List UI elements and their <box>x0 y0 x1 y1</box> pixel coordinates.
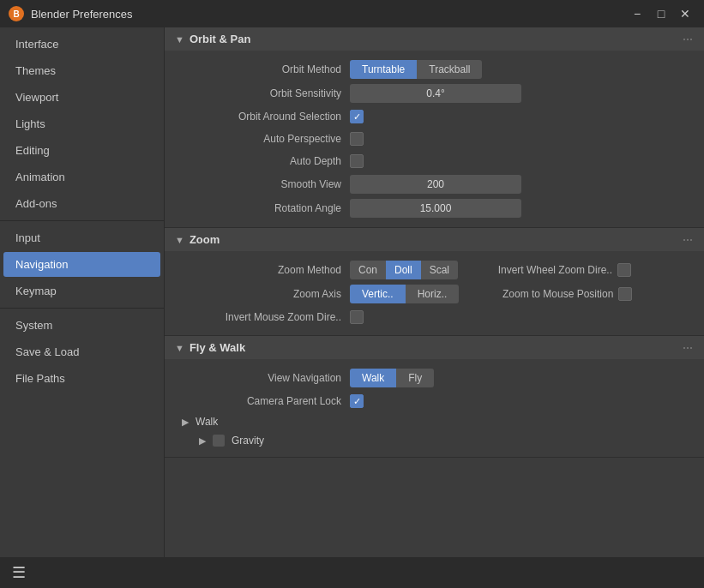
zoom-axis-horizontal[interactable]: Horiz.. <box>406 285 460 303</box>
fly-walk-section: ▼ Fly & Walk ⋯ View Navigation Walk Fly <box>165 336 704 458</box>
gravity-expand-arrow: ▶ <box>199 435 206 447</box>
auto-depth-row: Auto Depth <box>165 150 704 172</box>
sidebar-item-lights[interactable]: Lights <box>3 111 160 136</box>
orbit-sensitivity-control <box>350 84 521 103</box>
zoom-dots: ⋯ <box>683 234 694 246</box>
sidebar-item-navigation[interactable]: Navigation <box>3 252 160 277</box>
sidebar: Interface Themes Viewport Lights Editing… <box>0 27 165 557</box>
smooth-view-label: Smooth View <box>178 178 350 190</box>
orbit-method-buttons: Turntable Trackball <box>350 60 482 79</box>
sidebar-item-input[interactable]: Input <box>3 225 160 250</box>
orbit-pan-header[interactable]: ▼ Orbit & Pan ⋯ <box>165 27 704 51</box>
fly-walk-header[interactable]: ▼ Fly & Walk ⋯ <box>165 336 704 359</box>
orbit-method-trackball[interactable]: Trackball <box>417 60 482 79</box>
orbit-around-label: Orbit Around Selection <box>178 111 350 123</box>
orbit-around-control <box>350 110 364 123</box>
sidebar-item-animation[interactable]: Animation <box>3 165 160 189</box>
orbit-pan-title: Orbit & Pan <box>190 33 677 45</box>
close-button[interactable]: ✕ <box>675 3 695 24</box>
orbit-pan-section: ▼ Orbit & Pan ⋯ Orbit Method Turntable T… <box>165 27 704 228</box>
walk-expand-arrow: ▶ <box>182 417 189 428</box>
camera-parent-lock-row: Camera Parent Lock <box>165 390 704 412</box>
smooth-view-field[interactable] <box>350 175 521 194</box>
invert-mouse-zoom-label: Invert Mouse Zoom Dire.. <box>178 311 350 323</box>
zoom-method-buttons: Con Doll Scal <box>350 261 458 279</box>
rotation-angle-field[interactable] <box>350 199 521 218</box>
invert-wheel-zoom-right: Invert Wheel Zoom Dire.. <box>475 263 664 277</box>
title-bar: B Blender Preferences − □ ✕ <box>0 0 704 27</box>
sidebar-divider-2 <box>0 308 164 309</box>
sidebar-item-system[interactable]: System <box>3 313 160 338</box>
window-controls: − □ ✕ <box>627 3 695 24</box>
orbit-sensitivity-field[interactable] <box>350 84 521 103</box>
zoom-to-mouse-right: Zoom to Mouse Position <box>476 287 665 301</box>
maximize-button[interactable]: □ <box>651 3 671 24</box>
sidebar-item-keymap[interactable]: Keymap <box>3 279 160 303</box>
auto-perspective-control <box>350 132 364 146</box>
zoom-method-doll[interactable]: Doll <box>386 261 421 279</box>
auto-perspective-checkbox[interactable] <box>350 132 364 146</box>
gravity-expand-row[interactable]: ▶ Gravity <box>165 431 704 450</box>
zoom-method-con[interactable]: Con <box>350 261 386 279</box>
zoom-section: ▼ Zoom ⋯ Zoom Method Con Doll Scal <box>165 228 704 336</box>
view-navigation-row: View Navigation Walk Fly <box>165 366 704 390</box>
camera-parent-lock-control <box>350 394 364 408</box>
orbit-method-turntable[interactable]: Turntable <box>350 60 417 79</box>
smooth-view-row: Smooth View <box>165 172 704 196</box>
zoom-axis-vertical[interactable]: Vertic.. <box>350 285 406 303</box>
blender-icon: B <box>9 6 24 21</box>
sidebar-item-addons[interactable]: Add-ons <box>3 191 160 216</box>
sidebar-item-interface[interactable]: Interface <box>3 32 160 57</box>
zoom-axis-label: Zoom Axis <box>178 288 350 300</box>
zoom-header[interactable]: ▼ Zoom ⋯ <box>165 228 704 251</box>
invert-wheel-checkbox[interactable] <box>617 263 631 277</box>
sidebar-item-viewport[interactable]: Viewport <box>3 85 160 110</box>
gravity-icon <box>213 435 225 447</box>
zoom-method-scal[interactable]: Scal <box>421 261 458 279</box>
sidebar-item-editing[interactable]: Editing <box>3 138 160 163</box>
fly-walk-arrow: ▼ <box>175 343 184 353</box>
sidebar-item-filepaths[interactable]: File Paths <box>3 366 160 391</box>
orbit-pan-body: Orbit Method Turntable Trackball Orbit S… <box>165 51 704 227</box>
view-navigation-control: Walk Fly <box>350 369 434 387</box>
sidebar-item-themes[interactable]: Themes <box>3 58 160 83</box>
orbit-pan-dots: ⋯ <box>683 33 694 45</box>
camera-parent-lock-checkbox[interactable] <box>350 394 364 408</box>
zoom-to-mouse-checkbox[interactable] <box>618 287 632 301</box>
auto-perspective-row: Auto Perspective <box>165 128 704 150</box>
walk-expand-row[interactable]: ▶ Walk <box>165 412 704 431</box>
rotation-angle-row: Rotation Angle <box>165 196 704 220</box>
main-layout: Interface Themes Viewport Lights Editing… <box>0 27 704 557</box>
orbit-around-checkbox[interactable] <box>350 110 364 123</box>
walk-label: Walk <box>196 416 218 428</box>
minimize-button[interactable]: − <box>627 3 647 24</box>
sidebar-item-saveload[interactable]: Save & Load <box>3 339 160 364</box>
orbit-sensitivity-label: Orbit Sensitivity <box>178 87 350 99</box>
svg-text:B: B <box>13 9 19 19</box>
orbit-method-label: Orbit Method <box>178 63 350 75</box>
zoom-body: Zoom Method Con Doll Scal Invert Wheel Z… <box>165 251 704 335</box>
zoom-axis-buttons: Vertic.. Horiz.. <box>350 285 459 303</box>
invert-mouse-zoom-checkbox[interactable] <box>350 310 364 324</box>
content-area: ▼ Orbit & Pan ⋯ Orbit Method Turntable T… <box>165 27 704 557</box>
auto-perspective-label: Auto Perspective <box>178 133 350 145</box>
view-navigation-buttons: Walk Fly <box>350 369 434 387</box>
hamburger-button[interactable]: ☰ <box>9 560 29 585</box>
zoom-arrow: ▼ <box>175 235 184 245</box>
fly-walk-dots: ⋯ <box>683 342 694 354</box>
orbit-method-row: Orbit Method Turntable Trackball <box>165 57 704 81</box>
invert-mouse-zoom-row: Invert Mouse Zoom Dire.. <box>165 306 704 328</box>
fly-walk-body: View Navigation Walk Fly Camera Parent L… <box>165 359 704 457</box>
view-nav-walk[interactable]: Walk <box>350 369 396 387</box>
bottom-bar: ☰ <box>0 557 704 588</box>
auto-depth-checkbox[interactable] <box>350 154 364 168</box>
view-nav-fly[interactable]: Fly <box>396 369 434 387</box>
auto-depth-control <box>350 154 364 168</box>
orbit-pan-arrow: ▼ <box>175 34 184 45</box>
zoom-title: Zoom <box>190 233 677 246</box>
gravity-label: Gravity <box>232 435 264 447</box>
zoom-method-label: Zoom Method <box>178 264 350 276</box>
zoom-axis-row: Zoom Axis Vertic.. Horiz.. Zoom to Mouse… <box>165 282 704 306</box>
sidebar-divider-1 <box>0 220 164 221</box>
zoom-to-mouse-label: Zoom to Mouse Position <box>476 288 613 300</box>
